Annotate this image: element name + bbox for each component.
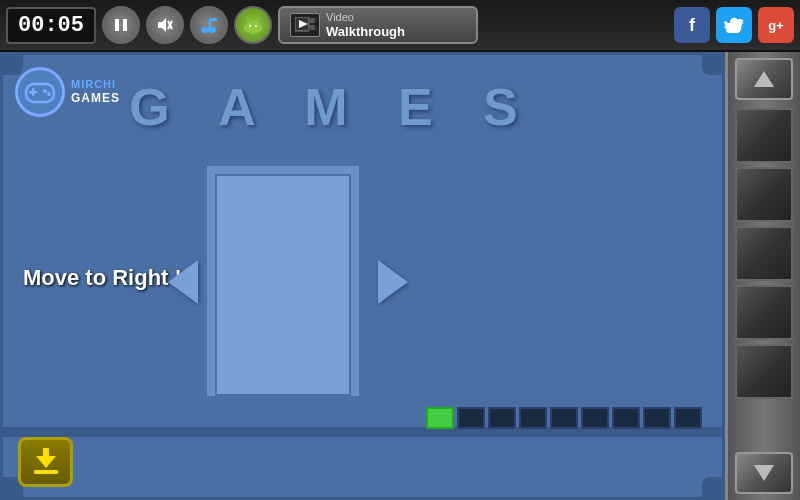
svg-line-15	[247, 17, 249, 20]
progress-cell-3	[488, 407, 516, 429]
googleplus-icon: g+	[768, 18, 784, 33]
video-label: Video	[326, 11, 405, 24]
sound-icon	[156, 17, 174, 33]
googleplus-button[interactable]: g+	[758, 7, 794, 43]
svg-rect-12	[259, 25, 262, 31]
pause-button[interactable]	[102, 6, 140, 44]
main-area: MIRCHI GAMES G A M E S Move to Right !	[0, 52, 800, 500]
progress-cell-6	[581, 407, 609, 429]
svg-marker-30	[754, 465, 774, 481]
svg-rect-0	[115, 19, 119, 31]
svg-point-14	[255, 25, 257, 27]
progress-cell-2	[457, 407, 485, 429]
right-arrow-button[interactable]	[378, 260, 408, 304]
svg-rect-26	[34, 470, 58, 474]
svg-point-5	[201, 27, 209, 33]
sidebar-slot-3[interactable]	[735, 226, 793, 281]
svg-line-16	[257, 17, 259, 20]
video-text-block: Video Walkthrough	[326, 11, 405, 40]
svg-rect-11	[244, 25, 247, 31]
android-icon	[242, 14, 264, 36]
pause-icon	[113, 17, 129, 33]
svg-rect-10	[246, 26, 260, 32]
sidebar-slot-2[interactable]	[735, 167, 793, 222]
download-button[interactable]	[18, 437, 73, 487]
music-icon	[200, 16, 218, 34]
svg-marker-29	[754, 71, 774, 87]
svg-rect-20	[310, 25, 315, 30]
progress-cell-5	[550, 407, 578, 429]
game-area: MIRCHI GAMES G A M E S Move to Right !	[0, 52, 725, 500]
svg-marker-2	[158, 18, 166, 32]
sidebar-up-button[interactable]	[735, 58, 793, 100]
sidebar-slot-5[interactable]	[735, 344, 793, 399]
door-inner	[215, 174, 351, 396]
sound-button[interactable]	[146, 6, 184, 44]
up-arrow-icon	[752, 69, 776, 89]
progress-bar	[426, 407, 702, 429]
timer-display: 00:05	[6, 7, 96, 44]
move-instruction: Move to Right !	[23, 265, 182, 291]
sidebar-slot-4[interactable]	[735, 285, 793, 340]
sidebar-slot-1[interactable]	[735, 108, 793, 163]
video-title: Walkthrough	[326, 24, 405, 40]
door	[203, 160, 363, 400]
sidebar-down-button[interactable]	[735, 452, 793, 494]
sidebar-slots	[728, 104, 800, 448]
facebook-button[interactable]: f	[674, 7, 710, 43]
video-walkthrough-button[interactable]: Video Walkthrough	[278, 6, 478, 44]
svg-rect-8	[209, 18, 217, 21]
facebook-icon: f	[689, 15, 695, 36]
android-button[interactable]	[234, 6, 272, 44]
svg-rect-19	[310, 18, 315, 23]
download-icon	[30, 446, 62, 478]
svg-rect-1	[123, 19, 127, 31]
progress-cell-4	[519, 407, 547, 429]
twitter-icon	[724, 17, 744, 33]
corner-tr	[702, 55, 722, 75]
progress-cell-1	[426, 407, 454, 429]
svg-point-7	[208, 27, 216, 33]
progress-cell-8	[643, 407, 671, 429]
svg-point-13	[249, 25, 251, 27]
left-arrow-button[interactable]	[168, 260, 198, 304]
music-button[interactable]	[190, 6, 228, 44]
play-icon	[295, 17, 315, 33]
video-icon	[290, 13, 320, 37]
progress-cell-7	[612, 407, 640, 429]
svg-rect-28	[43, 448, 49, 460]
twitter-button[interactable]	[716, 7, 752, 43]
right-sidebar	[725, 52, 800, 500]
down-arrow-icon	[752, 463, 776, 483]
games-title: G A M E S	[3, 77, 662, 137]
progress-cell-9	[674, 407, 702, 429]
corner-br	[702, 477, 722, 497]
top-bar: 00:05	[0, 0, 800, 52]
